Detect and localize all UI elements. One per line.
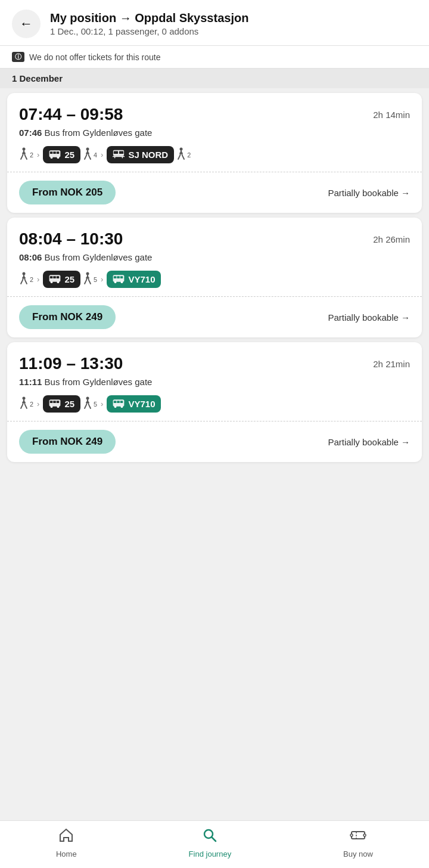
- svg-rect-4: [54, 151, 57, 154]
- svg-point-0: [23, 148, 26, 151]
- chevron-icon: ›: [101, 150, 103, 159]
- time-range: 11:09 – 13:30: [19, 354, 123, 373]
- walk-icon: [83, 147, 92, 162]
- svg-rect-5: [57, 151, 60, 154]
- svg-rect-10: [114, 151, 118, 154]
- date-header: 1 December: [0, 69, 429, 88]
- bookable-link[interactable]: Partially bookable →: [328, 312, 410, 323]
- walk-count: 2: [30, 276, 33, 283]
- route-segments: 2 › 25 5 ›: [19, 395, 410, 413]
- transport-badge: SJ NORD: [107, 146, 174, 163]
- walk-icon: [83, 272, 92, 287]
- svg-rect-29: [120, 276, 123, 278]
- time-range: 08:04 – 10:30: [19, 230, 123, 249]
- bus-icon: [49, 274, 61, 285]
- line-label: 25: [64, 150, 74, 160]
- main-content: ← My position → Oppdal Skysstasjon 1 Dec…: [0, 0, 429, 514]
- chevron-icon: ›: [101, 399, 103, 408]
- departure-from: Bus from Gyldenløves gate: [45, 128, 153, 138]
- walk-segment: 2: [19, 396, 33, 411]
- svg-rect-44: [117, 401, 120, 403]
- svg-rect-3: [50, 151, 53, 154]
- home-icon: [58, 827, 74, 847]
- transport-badge: 25: [43, 271, 80, 288]
- ticket-icon: [350, 827, 366, 847]
- journey-card-1[interactable]: 07:44 – 09:58 2h 14min 07:46 Bus from Gy…: [7, 93, 422, 213]
- walk-segment: 5: [83, 396, 97, 411]
- svg-rect-43: [114, 401, 117, 403]
- walk-segment: 2: [19, 147, 33, 162]
- walk-segment: 2: [19, 272, 33, 287]
- bookable-link[interactable]: Partially bookable →: [328, 188, 410, 198]
- walk-icon: [19, 396, 29, 411]
- walk-icon: [176, 147, 186, 162]
- warning-icon: ⓘ: [12, 52, 24, 62]
- walk-segment: 5: [83, 272, 97, 287]
- journey-card-3[interactable]: 11:09 – 13:30 2h 21min 11:11 Bus from Gy…: [7, 342, 422, 462]
- chevron-icon: ›: [101, 275, 103, 284]
- transport-badge: 25: [43, 146, 80, 163]
- departure-info: 07:46 Bus from Gyldenløves gate: [19, 128, 410, 138]
- bookable-link[interactable]: Partially bookable →: [328, 437, 410, 447]
- departure-time: 08:06: [19, 252, 42, 262]
- duration: 2h 26min: [373, 234, 410, 244]
- svg-point-52: [363, 834, 366, 836]
- departure-info: 08:06 Bus from Gyldenløves gate: [19, 252, 410, 262]
- walk-icon: [19, 272, 29, 287]
- warning-banner: ⓘ We do not offer tickets for this route: [0, 46, 429, 69]
- transport-badge: 25: [43, 395, 80, 413]
- journey-times: 11:09 – 13:30 2h 21min: [19, 354, 410, 373]
- line-label: 25: [64, 274, 74, 284]
- header-text: My position → Oppdal Skysstasjon 1 Dec.,…: [50, 11, 248, 36]
- svg-rect-21: [57, 276, 60, 278]
- svg-point-15: [180, 148, 183, 151]
- warning-text: We do not offer tickets for this route: [29, 52, 160, 62]
- bus-icon: [113, 274, 125, 285]
- price-button[interactable]: From NOK 249: [19, 305, 116, 329]
- walk-icon: [19, 147, 29, 162]
- search-icon: [201, 827, 218, 847]
- journeys-container: 07:44 – 09:58 2h 14min 07:46 Bus from Gy…: [0, 93, 429, 462]
- duration: 2h 21min: [373, 359, 410, 369]
- price-button[interactable]: From NOK 205: [19, 181, 116, 204]
- chevron-icon: ›: [37, 399, 39, 408]
- walk-segment: 4: [83, 147, 97, 162]
- price-button[interactable]: From NOK 249: [19, 430, 116, 454]
- svg-point-16: [23, 272, 26, 275]
- svg-rect-28: [117, 276, 120, 278]
- svg-rect-45: [120, 401, 123, 403]
- nav-find-journey-label: Find journey: [189, 850, 232, 858]
- bottom-nav: Home Find journey Buy now: [0, 820, 429, 868]
- walk-count: 5: [94, 276, 97, 283]
- journey-card-2[interactable]: 08:04 – 10:30 2h 26min 08:06 Bus from Gy…: [7, 218, 422, 337]
- chevron-icon: ›: [37, 150, 39, 159]
- walk-count: 4: [94, 151, 97, 159]
- walk-icon: [83, 396, 92, 411]
- duration: 2h 14min: [373, 110, 410, 120]
- svg-line-49: [212, 838, 216, 842]
- svg-point-32: [23, 397, 26, 400]
- transport-badge: VY710: [107, 271, 161, 288]
- walk-count: 5: [94, 401, 97, 408]
- departure-info: 11:11 Bus from Gyldenløves gate: [19, 377, 410, 387]
- nav-find-journey[interactable]: Find journey: [189, 827, 232, 858]
- nav-buy-now[interactable]: Buy now: [343, 827, 373, 858]
- nav-buy-now-label: Buy now: [343, 850, 373, 858]
- svg-rect-27: [114, 276, 117, 278]
- chevron-icon: ›: [37, 275, 39, 284]
- svg-point-40: [86, 397, 89, 400]
- header: ← My position → Oppdal Skysstasjon 1 Dec…: [0, 0, 429, 46]
- walk-segment: 2: [176, 147, 191, 162]
- walk-count: 2: [187, 151, 191, 159]
- svg-rect-50: [352, 832, 365, 839]
- route-segments: 2 › 25 4 ›: [19, 146, 410, 163]
- line-label: VY710: [128, 274, 155, 284]
- nav-home[interactable]: Home: [56, 827, 77, 858]
- back-button[interactable]: ←: [12, 10, 41, 38]
- price-row: From NOK 249 Partially bookable →: [19, 421, 410, 462]
- departure-from: Bus from Gyldenløves gate: [45, 252, 153, 262]
- journey-times: 07:44 – 09:58 2h 14min: [19, 105, 410, 124]
- route-segments: 2 › 25 5 ›: [19, 271, 410, 288]
- departure-time: 07:46: [19, 128, 42, 138]
- nav-home-label: Home: [56, 850, 77, 858]
